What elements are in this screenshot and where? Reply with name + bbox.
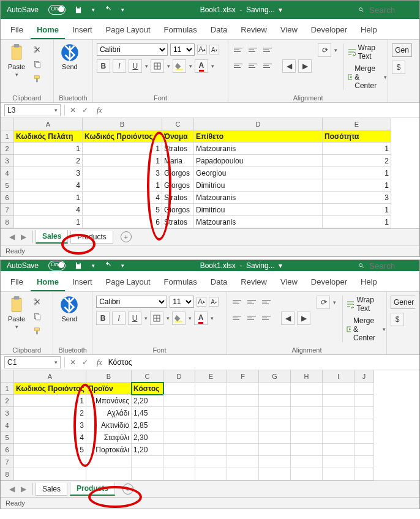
merge-center-button[interactable]: Merge & Center — [347, 316, 380, 342]
tab-data[interactable]: Data — [204, 21, 233, 39]
cell[interactable] — [132, 456, 163, 468]
row-header[interactable]: 5 — [1, 179, 14, 192]
enter-icon[interactable]: ✓ — [82, 106, 88, 114]
tab-review[interactable]: Review — [234, 21, 273, 39]
cell[interactable]: Κωδικός Πελάτη — [14, 130, 83, 143]
cell[interactable] — [86, 456, 132, 468]
border-button[interactable] — [150, 312, 163, 325]
col-header[interactable]: H — [291, 370, 323, 383]
decrease-font-button[interactable]: A▾ — [209, 297, 219, 307]
underline-button[interactable]: U — [129, 59, 142, 73]
col-header[interactable]: C — [162, 118, 194, 130]
copy-button[interactable] — [31, 310, 43, 323]
cell[interactable]: 1 — [323, 216, 391, 228]
cell[interactable]: Επίθετο — [194, 130, 323, 143]
bold-button[interactable]: B — [96, 312, 110, 325]
cell[interactable] — [259, 419, 291, 431]
cell[interactable] — [291, 468, 323, 480]
cell[interactable] — [195, 456, 227, 468]
cell[interactable] — [227, 468, 259, 480]
cell[interactable] — [227, 395, 259, 407]
cell[interactable]: 4 — [14, 204, 83, 216]
cell[interactable] — [354, 431, 374, 444]
paste-button[interactable]: Paste▾ — [4, 43, 29, 78]
align-icon[interactable] — [246, 312, 258, 324]
sheet-nav-left[interactable]: ◀ — [9, 485, 15, 493]
cell[interactable] — [323, 407, 354, 419]
cell[interactable] — [195, 419, 227, 431]
row-header[interactable]: 1 — [1, 130, 14, 143]
col-header[interactable]: B — [86, 370, 132, 383]
row-header[interactable]: 7 — [1, 456, 14, 468]
cell[interactable]: 2,85 — [132, 419, 163, 431]
cell[interactable] — [323, 419, 354, 431]
italic-button[interactable]: I — [113, 59, 126, 73]
cell[interactable] — [14, 468, 86, 480]
cell[interactable] — [291, 407, 323, 419]
font-color-button[interactable]: A — [194, 312, 208, 325]
cell[interactable] — [354, 383, 374, 395]
fx-icon[interactable]: fx — [93, 358, 106, 367]
tab-formulas[interactable]: Formulas — [158, 274, 203, 291]
format-painter-button[interactable] — [31, 73, 43, 85]
cell[interactable]: 4 — [14, 179, 83, 192]
cell[interactable] — [323, 444, 354, 456]
cell[interactable] — [323, 456, 354, 468]
cell[interactable]: 3 — [14, 167, 83, 179]
sheet-nav-left[interactable]: ◀ — [9, 233, 15, 241]
cell[interactable]: Matzouranis — [194, 143, 323, 155]
cell[interactable]: Ποσότητα — [323, 130, 391, 143]
col-header[interactable]: J — [354, 370, 374, 383]
tab-home[interactable]: Home — [31, 21, 65, 39]
row-header[interactable]: 8 — [1, 468, 14, 480]
cell[interactable] — [291, 383, 323, 395]
cell[interactable]: Κωδικός Προιόντος — [14, 383, 86, 395]
increase-font-button[interactable]: A▴ — [197, 45, 207, 54]
cell[interactable] — [291, 395, 323, 407]
align-icon[interactable] — [260, 296, 272, 308]
cell[interactable] — [291, 456, 323, 468]
cell[interactable]: 1,20 — [132, 444, 163, 456]
row-header[interactable]: 2 — [1, 143, 14, 155]
wrap-text-button[interactable]: Wrap Text — [348, 43, 387, 61]
align-icon[interactable] — [247, 59, 259, 72]
row-header[interactable]: 1 — [1, 383, 14, 395]
cell[interactable] — [195, 395, 227, 407]
cell[interactable] — [354, 419, 374, 431]
align-icon[interactable] — [246, 296, 258, 308]
cell[interactable] — [259, 444, 291, 456]
col-header[interactable]: D — [163, 370, 195, 383]
tab-developer[interactable]: Developer — [305, 21, 353, 39]
save-icon[interactable] — [74, 261, 83, 270]
cell[interactable] — [354, 395, 374, 407]
indent-dec-button[interactable]: ◀ — [282, 59, 296, 73]
row-header[interactable]: 3 — [1, 407, 14, 419]
name-box[interactable]: C1▾ — [4, 356, 61, 368]
tab-file[interactable]: File — [4, 274, 29, 291]
font-size-select[interactable]: 11 — [170, 296, 194, 308]
col-header[interactable]: F — [227, 370, 259, 383]
tab-help[interactable]: Help — [354, 274, 383, 291]
cell[interactable] — [227, 431, 259, 444]
cell[interactable] — [86, 468, 132, 480]
cell[interactable] — [323, 431, 354, 444]
cell[interactable] — [354, 468, 374, 480]
cell[interactable]: Όνομα — [162, 130, 194, 143]
name-box[interactable]: L3▾ — [4, 104, 61, 116]
bold-button[interactable]: B — [97, 59, 110, 73]
undo-icon[interactable] — [103, 261, 112, 270]
align-icon[interactable] — [260, 312, 272, 324]
tab-insert[interactable]: Insert — [66, 274, 99, 291]
cell[interactable] — [323, 395, 354, 407]
align-icon[interactable] — [231, 312, 243, 324]
tab-page-layout[interactable]: Page Layout — [100, 21, 157, 39]
col-header[interactable]: A — [14, 370, 86, 383]
number-format-select[interactable]: Gener — [391, 296, 415, 309]
cell[interactable]: Matzouranis — [194, 216, 323, 228]
cell[interactable] — [195, 383, 227, 395]
cell[interactable] — [227, 407, 259, 419]
row-header[interactable]: 7 — [1, 204, 14, 216]
cell[interactable]: Κόστος — [132, 383, 163, 395]
cell[interactable]: 2 — [323, 155, 391, 167]
row-header[interactable]: 4 — [1, 167, 14, 179]
